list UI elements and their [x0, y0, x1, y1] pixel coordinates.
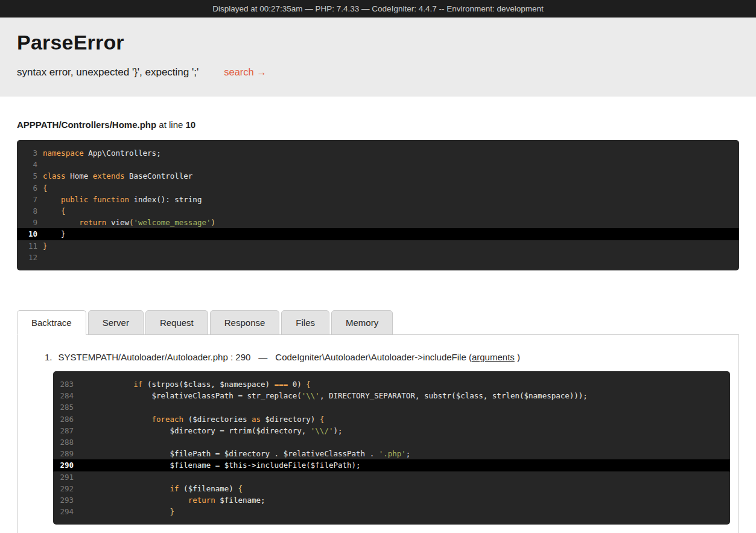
backtrace-code-block: 283 if (strpos($class, $namespace) === 0…: [53, 371, 730, 525]
line-number: 286: [53, 413, 74, 425]
line-number: 285: [53, 401, 74, 413]
code-line: 4: [17, 159, 739, 170]
code-line: 10 }: [17, 228, 739, 240]
code-line: 287 $directory = rtrim($directory, '\\/'…: [53, 425, 730, 436]
code-text: return $filename;: [74, 494, 265, 506]
code-text: public function index(): string: [37, 194, 202, 205]
code-text: return view('welcome_message'): [37, 217, 215, 228]
code-line: 289 $filePath = $directory . $relativeCl…: [53, 448, 730, 459]
line-number: 289: [53, 448, 74, 459]
code-text: [37, 252, 43, 263]
code-text: $directory = rtrim($directory, '\\/');: [74, 425, 343, 436]
line-number: 283: [53, 378, 74, 390]
line-number: 294: [53, 506, 74, 517]
code-text: [74, 471, 79, 483]
line-number: 284: [53, 390, 74, 401]
code-line: 11}: [17, 240, 739, 252]
code-text: $filePath = $directory . $relativeClassP…: [74, 448, 410, 459]
line-number: 290: [53, 459, 74, 471]
backtrace-file: SYSTEMPATH/Autoloader/Autoloader.php : 2…: [59, 352, 251, 362]
line-number: 287: [53, 425, 74, 436]
error-message: syntax error, unexpected '}', expecting …: [17, 66, 199, 78]
code-line: 5class Home extends BaseController: [17, 170, 739, 182]
backtrace-list: 1.SYSTEMPATH/Autoloader/Autoloader.php :…: [17, 352, 730, 525]
code-line: 7 public function index(): string: [17, 194, 739, 205]
line-number: 3: [17, 147, 37, 159]
error-message-row: syntax error, unexpected '}', expecting …: [17, 66, 739, 78]
code-line: 284 $relativeClassPath = str_replace('\\…: [53, 390, 730, 401]
backtrace-item: 1.SYSTEMPATH/Autoloader/Autoloader.php :…: [17, 352, 730, 525]
code-line: 3namespace App\Controllers;: [17, 147, 739, 159]
code-line: 12: [17, 252, 739, 263]
code-line: 286 foreach ($directories as $directory)…: [53, 413, 730, 425]
tab-files[interactable]: Files: [281, 310, 329, 335]
line-number: 12: [17, 252, 37, 263]
source-file: APPPATH/Controllers/Home.php: [17, 120, 156, 130]
code-text: $relativeClassPath = str_replace('\\', D…: [74, 390, 588, 401]
tab-bar: BacktraceServerRequestResponseFilesMemor…: [17, 310, 739, 334]
tab-memory[interactable]: Memory: [331, 310, 393, 335]
line-number: 291: [53, 471, 74, 483]
code-text: $filename = $this->includeFile($filePath…: [74, 459, 361, 471]
tab-server[interactable]: Server: [88, 310, 144, 335]
code-text: class Home extends BaseController: [37, 170, 192, 182]
source-location: APPPATH/Controllers/Home.php at line 10: [17, 120, 739, 130]
backtrace-panel: 1.SYSTEMPATH/Autoloader/Autoloader.php :…: [17, 334, 739, 533]
code-text: }: [37, 228, 66, 240]
code-text: }: [37, 240, 48, 252]
backtrace-function: CodeIgniter\Autoloader\Autoloader->inclu…: [275, 352, 466, 362]
line-number: 5: [17, 170, 37, 182]
line-number: 6: [17, 182, 37, 194]
environment-bar-text: Displayed at 00:27:35am — PHP: 7.4.33 — …: [212, 4, 544, 13]
line-number: 8: [17, 205, 37, 217]
code-text: [74, 436, 79, 448]
line-number: 10: [17, 228, 37, 240]
code-text: if ($filename) {: [74, 483, 243, 494]
backtrace-arguments-link[interactable]: arguments: [472, 352, 515, 362]
code-text: {: [37, 182, 48, 194]
code-line: 288: [53, 436, 730, 448]
tab-request[interactable]: Request: [145, 310, 208, 335]
code-line: 291: [53, 471, 730, 483]
source-code-block: 3namespace App\Controllers;45class Home …: [17, 140, 739, 270]
code-line: 294 }: [53, 506, 730, 517]
line-number: 293: [53, 494, 74, 506]
error-page: Displayed at 00:27:35am — PHP: 7.4.33 — …: [0, 0, 756, 533]
code-text: [37, 159, 43, 170]
line-number: 288: [53, 436, 74, 448]
backtrace-args-close: ): [517, 352, 520, 362]
line-number: 292: [53, 483, 74, 494]
environment-bar: Displayed at 00:27:35am — PHP: 7.4.33 — …: [0, 0, 756, 18]
error-body: APPPATH/Controllers/Home.php at line 10 …: [0, 120, 756, 533]
search-link[interactable]: search →: [224, 66, 267, 78]
code-line: 6{: [17, 182, 739, 194]
backtrace-index: 1.: [45, 352, 52, 362]
tab-backtrace[interactable]: Backtrace: [17, 310, 86, 335]
code-text: }: [74, 506, 174, 517]
code-line: 8 {: [17, 205, 739, 217]
code-line: 292 if ($filename) {: [53, 483, 730, 494]
code-line: 290 $filename = $this->includeFile($file…: [53, 459, 730, 471]
code-line: 293 return $filename;: [53, 494, 730, 506]
code-text: if (strpos($class, $namespace) === 0) {: [74, 378, 311, 390]
code-text: namespace App\Controllers;: [37, 147, 161, 159]
source-line-number: 10: [186, 120, 196, 130]
error-title: ParseError: [17, 31, 739, 54]
line-number: 11: [17, 240, 37, 252]
code-text: {: [37, 205, 66, 217]
line-number: 4: [17, 159, 37, 170]
code-text: [74, 401, 79, 413]
source-at-line-label: at line: [159, 120, 183, 130]
line-number: 9: [17, 217, 37, 228]
code-line: 283 if (strpos($class, $namespace) === 0…: [53, 378, 730, 390]
line-number: 7: [17, 194, 37, 205]
tabs-area: BacktraceServerRequestResponseFilesMemor…: [17, 310, 739, 533]
code-text: foreach ($directories as $directory) {: [74, 413, 324, 425]
code-line: 285: [53, 401, 730, 413]
tab-response[interactable]: Response: [210, 310, 280, 335]
error-header: ParseError syntax error, unexpected '}',…: [0, 18, 756, 97]
code-line: 9 return view('welcome_message'): [17, 217, 739, 228]
backtrace-separator: —: [258, 352, 267, 362]
